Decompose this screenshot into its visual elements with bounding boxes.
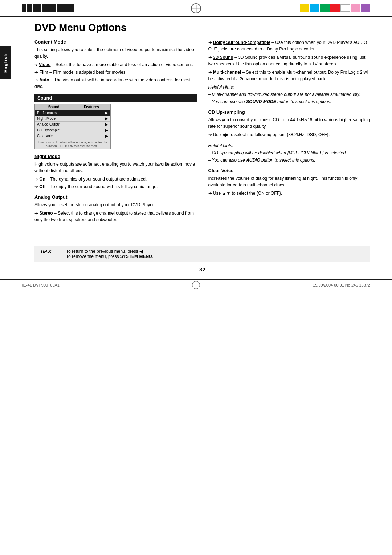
helpful-hints-2: – You can also use SOUND MODE button to … xyxy=(208,98,371,105)
clear-voice-section: Clear Voice Increases the volume of dial… xyxy=(208,168,371,197)
helpful-hints-1: – Multi-channel and downmixed stereo out… xyxy=(208,91,371,98)
helpful-hints2-2: – You can also use AUDIO button to selec… xyxy=(208,157,371,163)
cd-upsampling-heading: CD Up-sampling xyxy=(208,109,371,115)
menu-footer: Use ↑↓ or ↔ to select other options, ↵ t… xyxy=(35,139,110,149)
analog-output-stereo: ➔ Stereo – Select this to change channel… xyxy=(34,210,197,223)
multi-label: Multi-channel xyxy=(213,70,241,75)
sound-section: Sound Sound Features Preferences ▶ Night… xyxy=(34,94,197,149)
menu-pref-label: Preferences xyxy=(35,110,103,116)
helpful-hints2-1: – CD Up-sampling will be disabled when {… xyxy=(208,150,371,156)
menu-row-clearvoice: ClearVoice ▶ xyxy=(35,133,110,139)
color-swatches-right xyxy=(300,4,370,12)
3d-sound: ➔ 3D Sound – 3D Sound provides a virtual… xyxy=(208,54,371,67)
analog-output-intro: Allows you to set the stereo analog outp… xyxy=(34,202,197,208)
menu-cv-arrow: ▶ xyxy=(103,133,110,139)
menu-row-analog: Analog Output ▶ xyxy=(35,122,110,127)
menu-row-cdupsample: CD Upsample ▶ xyxy=(35,127,110,133)
content-mode-intro: This setting allows you to select the op… xyxy=(34,46,197,60)
page-number: 32 xyxy=(34,266,370,272)
helpful-hints-title: Helpful Hints: xyxy=(208,84,371,90)
right-column: ➔ Dolby Surround-compatible – Use this o… xyxy=(208,39,371,227)
night-mode-heading: Night Mode xyxy=(34,154,197,159)
menu-cv-label: ClearVoice xyxy=(35,133,103,139)
tips-system-menu: SYSTEM MENU xyxy=(120,254,152,259)
arrow-on: ➔ xyxy=(34,177,39,182)
crosshair-bottom xyxy=(192,281,200,289)
arrow-multi: ➔ xyxy=(208,70,213,75)
clear-voice-intro: Increases the volume of dialog for easy … xyxy=(208,175,371,188)
hints-sound-mode: SOUND MODE xyxy=(246,99,276,104)
on-label: On xyxy=(39,177,45,182)
night-mode-on: ➔ On – The dynamics of your sound output… xyxy=(34,176,197,182)
content-mode-auto: ➔ Auto – The video output will be in acc… xyxy=(34,77,197,90)
multi-channel: ➔ Multi-channel – Select this to enable … xyxy=(208,69,371,82)
arrow-dolby: ➔ xyxy=(208,40,213,45)
footer-right: 15/09/2004 00.01 No 246 13872 xyxy=(313,283,370,287)
content-mode-heading: Content Mode xyxy=(34,39,197,45)
hints-audio: AUDIO xyxy=(246,158,260,163)
bottom-footer: 01-41 DVP900_00A1 32 15/09/2004 00.01 No… xyxy=(0,279,392,290)
arrow-video: ➔ xyxy=(34,62,39,67)
menu-night-label: Night Mode xyxy=(35,116,103,121)
tips-label: TIPS: xyxy=(40,249,60,259)
menu-cd-label: CD Upsample xyxy=(35,127,103,133)
arrow-cv-use: ➔ xyxy=(208,191,213,196)
cv-use-text: Use ▲▼ to select the {ON or OFF}. xyxy=(213,191,282,196)
arrow-auto: ➔ xyxy=(34,77,39,82)
hints-2-suffix: button to select this options. xyxy=(277,99,331,104)
off-label: Off xyxy=(39,184,45,189)
menu-analog-label: Analog Output xyxy=(35,122,103,127)
tips-content: To return to the previous menu, press ◀ … xyxy=(66,249,364,259)
hints2-2-suffix: button to select this options. xyxy=(261,158,315,163)
sidebar-english-label: English xyxy=(0,46,11,79)
stereo-label: Stereo xyxy=(39,211,53,216)
two-column-layout: Content Mode This setting allows you to … xyxy=(34,39,370,227)
content-mode-film: ➔ Film – Film mode is adapted best for m… xyxy=(34,69,197,76)
arrow-cd-use: ➔ xyxy=(208,132,213,137)
dolby-label: Dolby Surround-compatible xyxy=(213,40,270,45)
menu-analog-arrow: ▶ xyxy=(103,122,110,127)
helpful-hints2-title: Helpful hints: xyxy=(208,142,371,149)
black-blocks-left xyxy=(22,4,74,12)
arrow-3d: ➔ xyxy=(208,55,213,60)
analog-output-section: Analog Output Allows you to set the ster… xyxy=(34,194,197,223)
clear-voice-heading: Clear Voice xyxy=(208,168,371,173)
arrow-stereo: ➔ xyxy=(34,211,39,216)
film-text: – Film mode is adapted best for movies. xyxy=(48,70,127,75)
analog-output-heading: Analog Output xyxy=(34,194,197,200)
stereo-text: – Select this to change channel output t… xyxy=(34,211,194,222)
tips-line2-prefix: To remove the menu, press xyxy=(66,254,120,259)
menu-cd-arrow: ▶ xyxy=(103,127,110,133)
menu-row-nightmode: Night Mode ▶ xyxy=(35,116,110,122)
dolby-surround: ➔ Dolby Surround-compatible – Use this o… xyxy=(208,39,371,52)
hints2-2-text: – You can also use xyxy=(208,158,245,163)
cd-use-text: Use ◀▶ to select the following option; {… xyxy=(213,132,330,137)
tips-box: TIPS: To return to the previous menu, pr… xyxy=(34,246,370,262)
left-column: Content Mode This setting allows you to … xyxy=(34,39,197,227)
menu-col-sound: Sound xyxy=(35,104,73,110)
arrow-off: ➔ xyxy=(34,184,39,189)
content-mode-video: ➔ Video – Select this to have a more sta… xyxy=(34,61,197,68)
sound-heading: Sound xyxy=(34,94,197,102)
tips-line2-suffix: . xyxy=(152,254,153,259)
page-title: DVD Menu Options xyxy=(34,22,370,33)
content-mode-section: Content Mode This setting allows you to … xyxy=(34,39,197,90)
footer-left: 01-41 DVP900_00A1 xyxy=(22,283,60,287)
cd-upsampling-intro: Allows you to convert your music CD from… xyxy=(208,117,371,130)
3d-label: 3D Sound xyxy=(213,55,233,60)
cd-upsampling-use: ➔ Use ◀▶ to select the following option;… xyxy=(208,131,371,138)
helpful-hints2-section: Helpful hints: – CD Up-sampling will be … xyxy=(208,142,371,163)
video-label: Video xyxy=(39,62,50,67)
menu-night-arrow: ▶ xyxy=(103,116,110,121)
cd-upsampling-section: CD Up-sampling Allows you to convert you… xyxy=(208,109,371,138)
menu-col-features: Features xyxy=(73,104,110,110)
night-mode-section: Night Mode High volume outputs are softe… xyxy=(34,154,197,190)
hints-2-text: – You can also use xyxy=(208,99,245,104)
on-text: – The dynamics of your sound output are … xyxy=(45,177,147,182)
menu-row-preferences: Preferences ▶ xyxy=(35,110,110,116)
auto-text: – The video output will be in accordance… xyxy=(34,77,191,89)
night-mode-off: ➔ Off – To enjoy the surround sound with… xyxy=(34,183,197,190)
helpful-hints-section: Helpful Hints: – Multi-channel and downm… xyxy=(208,84,371,105)
arrow-film: ➔ xyxy=(34,70,39,75)
tips-line2: To remove the menu, press SYSTEM MENU. xyxy=(66,254,364,259)
